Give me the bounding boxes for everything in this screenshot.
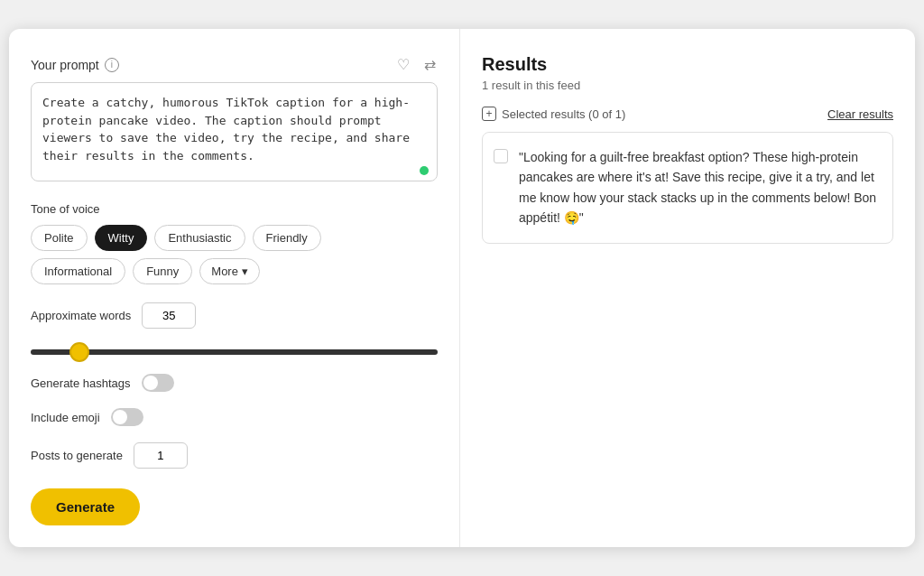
results-toolbar: + Selected results (0 of 1) Clear result… <box>482 107 893 121</box>
tone-buttons-row2: Informational Funny More ▾ <box>31 258 438 284</box>
clear-results-button[interactable]: Clear results <box>827 107 893 121</box>
tone-section: Tone of voice Polite Witty Enthusiastic … <box>31 202 438 284</box>
prompt-header-right: ♡ ⇄ <box>395 54 438 75</box>
emoji-toggle[interactable] <box>111 408 143 426</box>
words-slider[interactable] <box>31 349 438 355</box>
prompt-textarea-wrapper <box>31 82 438 184</box>
result-text: "Looking for a guilt-free breakfast opti… <box>519 147 878 228</box>
result-checkbox[interactable] <box>494 149 508 163</box>
slider-section <box>31 343 438 358</box>
app-window: Your prompt i ♡ ⇄ Tone of voice Polite W… <box>9 29 915 547</box>
emoji-row: Include emoji <box>31 408 438 426</box>
prompt-header: Your prompt i ♡ ⇄ <box>31 54 438 75</box>
prompt-label: Your prompt <box>31 58 99 72</box>
emoji-label: Include emoji <box>31 411 100 424</box>
left-panel: Your prompt i ♡ ⇄ Tone of voice Polite W… <box>9 29 460 547</box>
tone-funny[interactable]: Funny <box>133 258 192 284</box>
right-panel: Results 1 result in this feed + Selected… <box>460 29 915 547</box>
shuffle-button[interactable]: ⇄ <box>422 54 438 75</box>
results-subtitle: 1 result in this feed <box>482 79 893 92</box>
selected-results-label: + Selected results (0 of 1) <box>482 107 625 121</box>
hashtags-row: Generate hashtags <box>31 374 438 392</box>
more-tones-button[interactable]: More ▾ <box>199 258 260 284</box>
posts-input[interactable] <box>134 442 188 469</box>
prompt-header-left: Your prompt i <box>31 58 119 72</box>
tone-polite[interactable]: Polite <box>31 225 88 251</box>
tone-label: Tone of voice <box>31 202 438 216</box>
result-card: "Looking for a guilt-free breakfast opti… <box>482 132 893 244</box>
info-icon[interactable]: i <box>105 58 119 72</box>
heart-button[interactable]: ♡ <box>395 54 411 75</box>
tone-informational[interactable]: Informational <box>31 258 125 284</box>
words-label: Approximate words <box>31 309 131 322</box>
expand-icon[interactable]: + <box>482 107 496 121</box>
posts-label: Posts to generate <box>31 449 123 462</box>
tone-friendly[interactable]: Friendly <box>253 225 321 251</box>
hashtags-label: Generate hashtags <box>31 376 131 390</box>
tone-witty[interactable]: Witty <box>95 225 148 251</box>
tone-enthusiastic[interactable]: Enthusiastic <box>154 225 245 251</box>
more-label: More <box>211 265 238 278</box>
status-dot <box>420 166 429 175</box>
chevron-down-icon: ▾ <box>242 265 248 278</box>
hashtags-toggle[interactable] <box>142 374 174 392</box>
words-section: Approximate words <box>31 302 438 329</box>
generate-button[interactable]: Generate <box>31 488 140 525</box>
tone-buttons: Polite Witty Enthusiastic Friendly <box>31 225 438 251</box>
prompt-textarea[interactable] <box>31 82 438 181</box>
selected-count-label: Selected results (0 of 1) <box>502 107 625 121</box>
words-input[interactable] <box>142 302 196 329</box>
posts-section: Posts to generate <box>31 442 438 469</box>
results-title: Results <box>482 54 893 75</box>
